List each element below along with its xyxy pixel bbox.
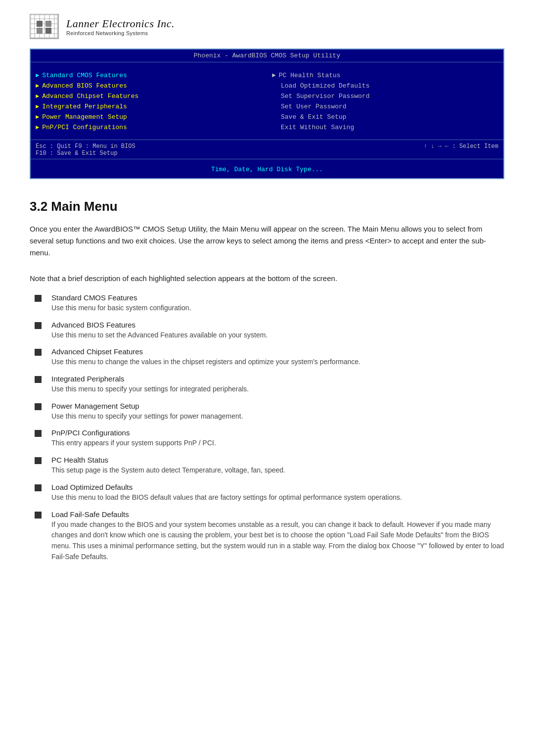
- bullet-square-8: [35, 512, 42, 519]
- menu-list-item-4: Power Management Setup Use this menu to …: [30, 402, 504, 422]
- bios-left-item-4[interactable]: ► Power Management Setup: [36, 112, 262, 122]
- arrow-icon-5: ►: [36, 124, 39, 131]
- bios-right-column: ► PC Health Status Load Optimized Defaul…: [267, 70, 498, 133]
- bios-right-item-label-2: Set Supervisor Password: [281, 93, 369, 100]
- menu-list-item-title-7: Load Optimized Defaults: [51, 483, 504, 491]
- bullet-square-1: [35, 322, 42, 329]
- bios-right-item-label-0: PC Health Status: [279, 72, 341, 79]
- menu-list: Standard CMOS Features Use this menu for…: [30, 293, 504, 562]
- bios-left-item-label-2: Advanced Chipset Features: [42, 93, 138, 100]
- bios-left-item-label-3: Integrated Peripherals: [42, 103, 127, 110]
- bios-left-item-0[interactable]: ► Standard CMOS Features: [36, 70, 262, 81]
- menu-list-item-1: Advanced BIOS Features Use this menu to …: [30, 321, 504, 341]
- logo-area: Lanner Electronics Inc. Reinforced Netwo…: [0, 0, 534, 48]
- bios-right-item-3[interactable]: Set User Password: [272, 101, 498, 112]
- menu-list-item-7: Load Optimized Defaults Use this menu to…: [30, 483, 504, 503]
- intro-paragraph: Once you enter the AwardBIOS™ CMOS Setup…: [30, 223, 504, 259]
- menu-list-item-2: Advanced Chipset Features Use this menu …: [30, 347, 504, 368]
- menu-list-item-8: Load Fail-Safe Defaults If you made chan…: [30, 510, 504, 563]
- menu-list-item-title-8: Load Fail-Safe Defaults: [51, 510, 504, 519]
- arrow-icon-3: ►: [36, 103, 39, 110]
- menu-list-item-title-3: Integrated Peripherals: [51, 375, 504, 383]
- svg-rect-11: [37, 21, 43, 27]
- menu-list-item-6: PC Health Status This setup page is the …: [30, 456, 504, 476]
- menu-list-item-desc-1: Use this menu to set the Advanced Featur…: [51, 330, 504, 341]
- bios-footer: Time, Date, Hard Disk Type...: [31, 159, 503, 178]
- bios-right-item-4[interactable]: Save & Exit Setup: [272, 112, 498, 122]
- menu-list-item-desc-0: Use this menu for basic system configura…: [51, 303, 504, 314]
- bios-status-right-1: ↑ ↓ → ← : Select Item: [424, 143, 498, 150]
- bullet-square-6: [35, 457, 42, 464]
- company-name: Lanner Electronics Inc.: [66, 17, 175, 30]
- main-content: 3.2 Main Menu Once you enter the AwardBI…: [0, 194, 534, 589]
- bios-status-left-2: F10 : Save & Exit Setup: [36, 150, 118, 157]
- bullet-square-3: [35, 376, 42, 383]
- menu-list-item-3: Integrated Peripherals Use this menu to …: [30, 375, 504, 395]
- bios-screen: Phoenix - AwardBIOS CMOS Setup Utility ►…: [30, 48, 504, 179]
- section-heading: 3.2 Main Menu: [30, 199, 504, 214]
- bios-left-item-label-1: Advanced BIOS Features: [42, 82, 127, 90]
- bios-status-line-2: F10 : Save & Exit Setup: [36, 150, 498, 157]
- menu-list-item-content-0: Standard CMOS Features Use this menu for…: [51, 293, 504, 314]
- menu-list-item-content-3: Integrated Peripherals Use this menu to …: [51, 375, 504, 395]
- menu-list-item-content-6: PC Health Status This setup page is the …: [51, 456, 504, 476]
- bios-left-item-label-0: Standard CMOS Features: [42, 72, 127, 79]
- menu-list-item-0: Standard CMOS Features Use this menu for…: [30, 293, 504, 314]
- arrow-icon-1: ►: [36, 83, 39, 90]
- bios-left-item-label-5: PnP/PCI Configurations: [42, 124, 127, 131]
- menu-list-item-title-1: Advanced BIOS Features: [51, 321, 504, 329]
- menu-list-item-desc-6: This setup page is the System auto detec…: [51, 465, 504, 476]
- svg-rect-14: [45, 28, 51, 34]
- menu-list-item-desc-3: Use this menu to specify your settings f…: [51, 384, 504, 395]
- arrow-icon-4: ►: [36, 114, 39, 121]
- menu-list-item-title-6: PC Health Status: [51, 456, 504, 464]
- svg-rect-12: [45, 21, 51, 27]
- menu-list-item-desc-4: Use this menu to specify your settings f…: [51, 411, 504, 422]
- menu-list-item-title-4: Power Management Setup: [51, 402, 504, 410]
- svg-rect-13: [37, 28, 43, 34]
- menu-list-item-desc-5: This entry appears if your system suppor…: [51, 438, 504, 449]
- menu-list-item-desc-7: Use this menu to load the BIOS default v…: [51, 492, 504, 503]
- menu-list-item-title-2: Advanced Chipset Features: [51, 347, 504, 356]
- bios-left-column: ► Standard CMOS Features ► Advanced BIOS…: [36, 70, 267, 133]
- bios-left-item-3[interactable]: ► Integrated Peripherals: [36, 101, 262, 112]
- bios-right-item-1[interactable]: Load Optimized Defaults: [272, 81, 498, 91]
- right-arrow-icon-0: ►: [272, 72, 276, 79]
- menu-list-item-title-5: PnP/PCI Configurations: [51, 428, 504, 437]
- menu-list-item-5: PnP/PCI Configurations This entry appear…: [30, 428, 504, 449]
- bios-right-item-5[interactable]: Exit Without Saving: [272, 122, 498, 133]
- bullet-square-7: [35, 484, 42, 491]
- bios-left-item-1[interactable]: ► Advanced BIOS Features: [36, 81, 262, 91]
- bullet-square-5: [35, 430, 42, 437]
- menu-list-item-content-2: Advanced Chipset Features Use this menu …: [51, 347, 504, 368]
- bios-left-item-5[interactable]: ► PnP/PCI Configurations: [36, 122, 262, 133]
- menu-list-item-title-0: Standard CMOS Features: [51, 293, 504, 302]
- bios-right-item-0[interactable]: ► PC Health Status: [272, 70, 498, 81]
- menu-list-item-content-4: Power Management Setup Use this menu to …: [51, 402, 504, 422]
- bios-left-item-2[interactable]: ► Advanced Chipset Features: [36, 91, 262, 101]
- bullet-square-0: [35, 295, 42, 302]
- bullet-square-2: [35, 349, 42, 356]
- note-paragraph: Note that a brief description of each hi…: [30, 273, 504, 284]
- arrow-icon-0: ►: [36, 72, 39, 79]
- bios-footer-text: Time, Date, Hard Disk Type...: [211, 166, 323, 173]
- menu-list-item-content-5: PnP/PCI Configurations This entry appear…: [51, 428, 504, 449]
- menu-list-item-content-8: Load Fail-Safe Defaults If you made chan…: [51, 510, 504, 563]
- bios-status-bar: Esc : Quit F9 : Menu in BIOS ↑ ↓ → ← : S…: [31, 140, 503, 159]
- bios-title-bar: Phoenix - AwardBIOS CMOS Setup Utility: [31, 49, 503, 62]
- company-tagline: Reinforced Networking Systems: [66, 30, 175, 36]
- menu-list-item-desc-8: If you made changes to the BIOS and your…: [51, 520, 504, 563]
- bios-right-item-2[interactable]: Set Supervisor Password: [272, 91, 498, 101]
- arrow-icon-2: ►: [36, 93, 39, 100]
- bios-title: Phoenix - AwardBIOS CMOS Setup Utility: [194, 52, 340, 59]
- company-logo-icon: [30, 14, 59, 40]
- bios-left-item-label-4: Power Management Setup: [42, 113, 127, 121]
- bios-status-left-1: Esc : Quit F9 : Menu in BIOS: [36, 143, 135, 150]
- menu-list-item-desc-2: Use this menu to change the values in th…: [51, 357, 504, 368]
- menu-list-item-content-7: Load Optimized Defaults Use this menu to…: [51, 483, 504, 503]
- bios-right-item-label-4: Save & Exit Setup: [281, 113, 347, 121]
- bios-right-item-label-1: Load Optimized Defaults: [281, 82, 369, 90]
- bullet-square-4: [35, 403, 42, 410]
- menu-list-item-content-1: Advanced BIOS Features Use this menu to …: [51, 321, 504, 341]
- bios-right-item-label-3: Set User Password: [281, 103, 347, 110]
